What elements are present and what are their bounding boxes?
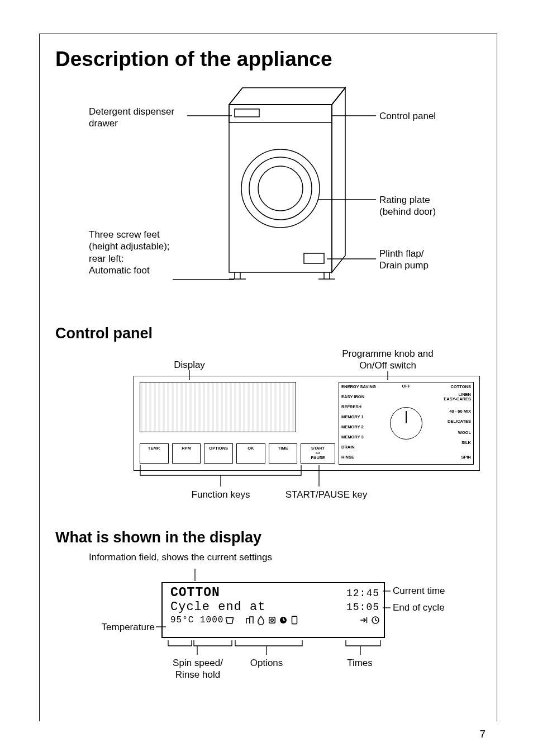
heading-control-panel: Control panel xyxy=(55,325,481,342)
control-panel-diagram: Display Programme knob and On/Off switch… xyxy=(55,348,481,510)
callout-start-pause: START/PAUSE key xyxy=(279,489,374,500)
page-number: 7 xyxy=(479,728,486,740)
callout-function-keys: Function keys xyxy=(176,489,265,500)
heading-display-section: What is shown in the display xyxy=(55,529,481,546)
display-intro-text: Information field, shows the current set… xyxy=(89,552,481,563)
appliance-diagram: Detergent dispenser drawer Three screw f… xyxy=(55,82,481,306)
display-detail-diagram: COTTON 12:45 Cycle end at 15:05 95°C 100… xyxy=(55,565,481,700)
page-title: Description of the appliance xyxy=(55,48,481,71)
